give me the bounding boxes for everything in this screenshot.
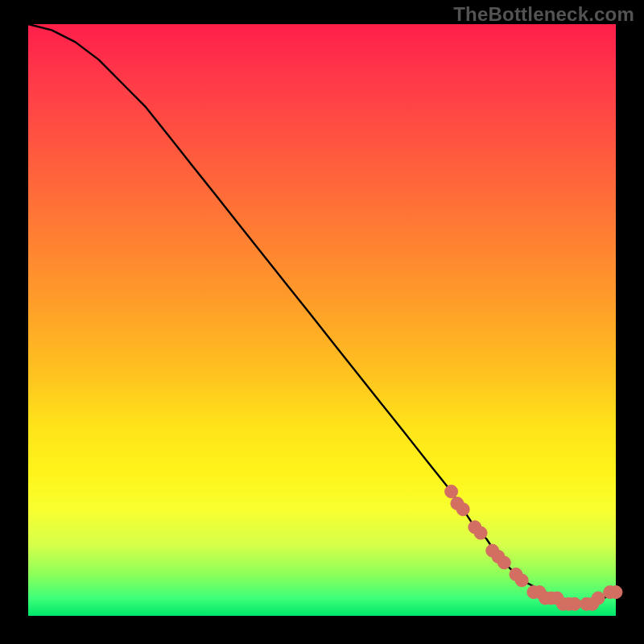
bottleneck-curve-line [28,24,616,604]
marker-dot [445,485,458,498]
marker-dot [568,597,581,610]
marker-dot [497,556,510,569]
bottleneck-chart [28,24,616,616]
marker-dot [474,526,487,539]
marker-group [445,485,622,611]
marker-dot [609,586,622,599]
plot-area [28,24,616,616]
marker-dot [456,503,469,516]
watermark-label: TheBottleneck.com [453,3,634,26]
marker-dot [515,574,528,587]
marker-dot [592,592,605,605]
chart-frame: TheBottleneck.com [0,0,644,644]
